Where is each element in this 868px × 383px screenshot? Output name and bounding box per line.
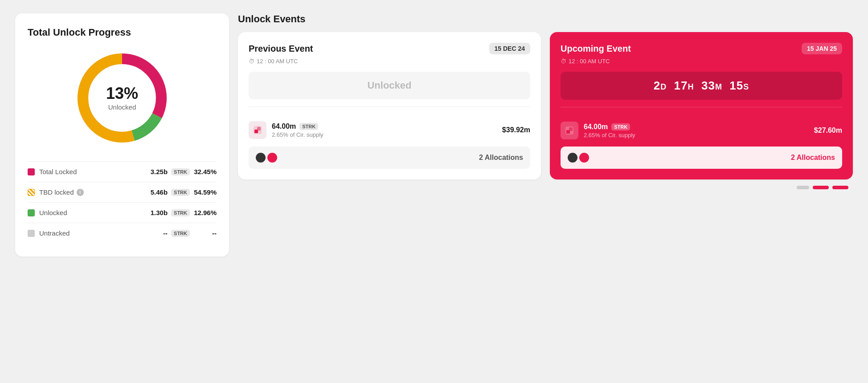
card-divider-upcoming xyxy=(561,107,842,107)
strk-icon-prev xyxy=(253,125,262,135)
legend-badge-untracked: STRK xyxy=(171,230,190,237)
previous-token-badge: STRK xyxy=(299,123,318,130)
upcoming-token-amount-row: 64.00m STRK xyxy=(584,123,809,131)
upcoming-event-date: 15 JAN 25 xyxy=(802,43,842,54)
page-dot-1[interactable] xyxy=(797,186,809,189)
donut-container: 13% Unlocked xyxy=(28,49,217,147)
legend-row-total-locked: Total Locked 3.25b STRK 32.45% xyxy=(28,161,217,182)
legend-pct-tbd: 54.59% xyxy=(193,188,217,196)
countdown-days: 2 xyxy=(654,79,660,92)
legend-value-tbd: 5.46b xyxy=(151,188,168,196)
upcoming-token-info: 64.00m STRK 2.65% of Cir. supply xyxy=(584,123,809,139)
countdown-seconds: 15 xyxy=(729,79,743,92)
previous-alloc-label: 2 Allocations xyxy=(479,154,523,162)
alloc-dot-pink-prev xyxy=(267,153,277,163)
previous-event-time: ⏱ 12 : 00 AM UTC xyxy=(249,58,530,65)
legend-pct-unlocked: 12.96% xyxy=(193,209,217,216)
left-panel: Total Unlock Progress 13% Unlocked xyxy=(15,13,229,257)
unlocked-status-box: Unlocked xyxy=(249,72,530,99)
upcoming-token-usd: $27.60m xyxy=(814,126,842,134)
page-dot-2[interactable] xyxy=(813,186,829,189)
main-container: Total Unlock Progress 13% Unlocked xyxy=(15,13,853,257)
donut-percent: 13% xyxy=(106,86,138,102)
donut-label: Unlocked xyxy=(106,103,138,111)
alloc-dot-dark-upcoming xyxy=(568,153,577,163)
legend-pct-locked: 32.45% xyxy=(193,168,217,175)
upcoming-event-header: Upcoming Event 15 JAN 25 xyxy=(561,43,842,54)
clock-icon: ⏱ xyxy=(249,58,254,65)
upcoming-event-card: Upcoming Event 15 JAN 25 ⏱ 12 : 00 AM UT… xyxy=(550,32,853,179)
countdown-h-unit: H xyxy=(688,82,694,91)
previous-token-usd: $39.92m xyxy=(502,126,530,134)
strk-icon-upcoming xyxy=(565,126,574,135)
legend-label-unlocked: Unlocked xyxy=(39,209,151,216)
upcoming-token-row: 64.00m STRK 2.65% of Cir. supply $27.60m xyxy=(561,114,842,147)
clock-icon-upcoming: ⏱ xyxy=(561,58,566,65)
previous-token-supply: 2.65% of Cir. supply xyxy=(272,131,497,138)
previous-event-card: Previous Event 15 DEC 24 ⏱ 12 : 00 AM UT… xyxy=(238,32,541,179)
previous-token-icon xyxy=(249,121,266,139)
legend-row-untracked: Untracked -- STRK -- xyxy=(28,223,217,243)
countdown-s-unit: S xyxy=(743,82,749,91)
countdown-d-unit: D xyxy=(660,82,667,91)
previous-alloc-dots xyxy=(256,153,277,163)
previous-event-header: Previous Event 15 DEC 24 xyxy=(249,43,530,54)
legend-color-unlocked xyxy=(28,209,35,216)
info-icon[interactable]: i xyxy=(77,189,84,196)
legend-row-unlocked: Unlocked 1.30b STRK 12.96% xyxy=(28,202,217,223)
legend-pct-untracked: -- xyxy=(193,229,217,237)
upcoming-token-badge: STRK xyxy=(611,123,630,130)
legend-label-untracked: Untracked xyxy=(39,229,163,237)
legend-badge-unlocked: STRK xyxy=(171,209,190,216)
legend-value-untracked: -- xyxy=(163,229,168,237)
upcoming-event-time: ⏱ 12 : 00 AM UTC xyxy=(561,58,842,65)
upcoming-token-amount: 64.00m xyxy=(584,123,608,131)
alloc-dot-dark-prev xyxy=(256,153,266,163)
legend-section: Total Locked 3.25b STRK 32.45% TBD locke… xyxy=(28,161,217,243)
countdown-hours: 17 xyxy=(674,79,688,92)
legend-label-locked: Total Locked xyxy=(39,168,151,175)
donut-chart: 13% Unlocked xyxy=(73,49,171,147)
legend-color-locked xyxy=(28,168,35,175)
left-panel-title: Total Unlock Progress xyxy=(28,27,217,38)
pagination-row xyxy=(238,186,853,189)
donut-center: 13% Unlocked xyxy=(106,86,138,111)
previous-token-amount: 64.00m xyxy=(272,122,296,130)
legend-row-tbd: TBD locked i 5.46b STRK 54.59% xyxy=(28,182,217,202)
svg-rect-6 xyxy=(257,127,261,130)
legend-value-locked: 3.25b xyxy=(151,168,168,175)
upcoming-allocations-row[interactable]: 2 Allocations xyxy=(561,147,842,169)
previous-token-row: 64.00m STRK 2.65% of Cir. supply $39.92m xyxy=(249,114,530,146)
previous-token-amount-row: 64.00m STRK xyxy=(272,122,497,130)
countdown-minutes: 33 xyxy=(701,79,715,92)
countdown-m-unit: M xyxy=(715,82,722,91)
countdown-box: 2D 17H 33M 15S xyxy=(561,72,842,100)
previous-allocations-row[interactable]: 2 Allocations xyxy=(249,147,530,169)
upcoming-event-label: Upcoming Event xyxy=(561,44,631,54)
right-section: Unlock Events Previous Event 15 DEC 24 ⏱… xyxy=(238,13,853,257)
legend-color-untracked xyxy=(28,230,35,237)
previous-event-label: Previous Event xyxy=(249,44,313,54)
previous-event-date: 15 DEC 24 xyxy=(489,43,530,54)
upcoming-token-icon xyxy=(561,122,578,139)
page-dot-3[interactable] xyxy=(832,186,848,189)
legend-label-tbd: TBD locked i xyxy=(39,188,151,196)
unlock-events-title: Unlock Events xyxy=(238,13,853,25)
upcoming-alloc-label: 2 Allocations xyxy=(791,154,835,162)
legend-color-tbd xyxy=(28,189,35,196)
alloc-dot-pink-upcoming xyxy=(579,153,589,163)
legend-badge-tbd: STRK xyxy=(171,189,190,196)
legend-value-unlocked: 1.30b xyxy=(151,209,168,216)
events-row: Previous Event 15 DEC 24 ⏱ 12 : 00 AM UT… xyxy=(238,32,853,179)
upcoming-token-supply: 2.65% of Cir. supply xyxy=(584,132,809,139)
legend-badge-locked: STRK xyxy=(171,168,190,175)
svg-rect-9 xyxy=(569,127,573,131)
upcoming-alloc-dots xyxy=(568,153,589,163)
card-divider-prev xyxy=(249,106,530,107)
previous-token-info: 64.00m STRK 2.65% of Cir. supply xyxy=(272,122,497,138)
countdown-text: 2D 17H 33M 15S xyxy=(654,79,749,92)
